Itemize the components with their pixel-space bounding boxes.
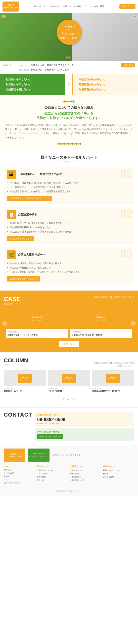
footer-col-1-item-0[interactable]: 代表者プロフィール xyxy=(37,469,68,472)
nav-item-case[interactable]: 事例 xyxy=(77,5,81,8)
column-card-1[interactable]: 公益法人 ♡ サポートセンター 2024.01.05 財務のホームページ xyxy=(4,370,46,393)
logo-box[interactable]: 公益法人 サポートセンター xyxy=(3,2,19,12)
service-icon-3: 🌿 xyxy=(7,250,16,259)
banner-x-divider: × xyxy=(65,74,72,95)
banner-right-2: 「経理処理がわからない」 xyxy=(76,82,135,87)
about-subtitle2: 法務から財務までマルゴトサポートします。 xyxy=(5,116,133,120)
decorative-bottom xyxy=(5,143,133,145)
check-1-3: ✓ 公益認定を受けることを前提に、一般財団法人を設立したい xyxy=(7,189,131,194)
footer-col-3-item-2[interactable]: よくある質問 xyxy=(103,475,134,479)
check-3-3: ✓ 公益法人で楽しく業務をしたいのだが、どうしたらいいか相談したい xyxy=(7,270,131,274)
check-1-2: ✓ 「一般社団法人」という名前が付いた法人を作りたい xyxy=(7,185,131,189)
nav-item-service[interactable]: 顧問サービス xyxy=(63,5,75,8)
decorative-top xyxy=(5,101,133,102)
footer-col-3-item-0[interactable]: 顧問サービスについて xyxy=(103,469,134,472)
case-arrow-right[interactable]: › xyxy=(131,321,136,326)
contact-mail-button[interactable]: お問い合わせフォームへ xyxy=(37,434,63,439)
footer-col-3-item-1[interactable]: 料金表 xyxy=(103,472,134,475)
news-text-1[interactable]: 公益法人人材、業者に対してできることを xyxy=(31,64,74,67)
footer-partner-label: 税理士・AIラインアシスタント xyxy=(53,454,81,456)
service-card-1: 01 🏛 一般社団法人・一般財団法人の設立 ✓ 社起業家、同業者団体（同窓会・町… xyxy=(4,167,134,204)
footer-col-0-item-2[interactable]: 事例紹介 xyxy=(4,475,35,478)
service-title-en: SERVICE xyxy=(4,160,134,163)
service-card-2: 02 📋 公益認定手続き ✓ 財源を拡充して、財団法人を作り、公益認定を受けたい… xyxy=(4,207,134,244)
case-card-1-title: 公益法人サポートセンターの事例 xyxy=(7,334,67,336)
x-symbol: × xyxy=(67,82,70,87)
footer-col-0-item-0[interactable]: お知らせ xyxy=(4,468,35,472)
contact-hours: 9:00〜18:00（土・日・祝日） xyxy=(37,422,132,425)
service-title-jp: 様々なニーズをトータルサポート xyxy=(4,155,134,160)
footer-col-0-item-4[interactable]: プライバシーポリシー xyxy=(4,481,35,485)
footer-col-0-title: HOME xyxy=(4,465,35,467)
nav-item-faq[interactable]: よくあるご質問 xyxy=(90,5,104,8)
column-title-2: インボイス制度 xyxy=(48,390,90,392)
footer-col-3: 顧問サービス 顧問サービスについて 料金表 よくある質問 xyxy=(103,465,134,485)
contact-cta-button[interactable]: お問い合わせ xyxy=(119,4,135,9)
service-btn-2[interactable]: 公益認定手続きはこちら xyxy=(7,236,34,241)
nav-item-about[interactable]: 私たちについて xyxy=(34,5,48,8)
footer-logo[interactable]: 公益法人 ♡ サポートセンター xyxy=(4,449,25,462)
nav-item-what[interactable]: 公益法人とは xyxy=(50,5,62,8)
service-icon-2: 📋 xyxy=(7,210,16,219)
case-card-2[interactable]: 公益法人 ♡ サポートセンター 一般財団法人 公益法人サポートセンターの事例 xyxy=(70,309,132,338)
case-card-2-tag: 一般財団法人 xyxy=(72,331,131,333)
service-checks-3: ✓ 公益法人が自分で運営するのが大変で助けが欲しい ✓ 公益法人の運営について、… xyxy=(7,261,131,274)
service-checks-2: ✓ 財源を拡充して、財団法人を作り、公益認定を受けたい ✓ 収益事業割合基準4分… xyxy=(7,221,131,234)
case-more-button[interactable]: 事例一覧へ xyxy=(59,341,79,347)
footer-col-1-item-2[interactable]: 事務所概要 xyxy=(37,475,68,479)
case-card-1-tag: 一般社団法人 xyxy=(7,331,67,333)
footer-col-0: HOME お知らせ サービス紹介 事例紹介 コラム プライバシーポリシー xyxy=(4,465,35,485)
check-3-2: ✓ 公益法人の運営について、教えてほしい xyxy=(7,266,131,270)
service-btn-1[interactable]: 一般社団法人・一般財団法人の設立はこちら xyxy=(7,196,52,201)
hero-right: え 🌸 xyxy=(72,13,138,61)
column-cards: 公益法人 ♡ サポートセンター 2024.01.05 財務のホームページ 公益法… xyxy=(4,370,134,393)
logo-text: 公益法人 サポートセンター xyxy=(4,4,18,9)
news-more-button[interactable]: 一覧を見る xyxy=(121,63,135,67)
nav: 私たちについて 公益法人とは 顧問サービス 事例 コラム よくあるご質問 xyxy=(34,5,104,8)
check-2-1: ✓ 財源を拡充して、財団法人を作り、公益認定を受けたい xyxy=(7,221,131,225)
column-title-1: 財務のホームページ xyxy=(4,390,46,392)
footer-col-0-item-3[interactable]: コラム xyxy=(4,478,35,481)
column-title-3: 公益法人の顧問ソフトについて xyxy=(92,390,134,392)
footer-col-1-item-3[interactable]: アクセス xyxy=(37,479,68,482)
footer-col-1-item-1[interactable]: スタッフ紹介 xyxy=(37,472,68,475)
service-section: 様々なニーズをトータルサポート SERVICE 01 🏛 一般社団法人・一般財団… xyxy=(0,150,138,291)
case-arrow-left[interactable]: ‹ xyxy=(2,321,7,326)
nav-item-column[interactable]: コラム xyxy=(82,5,88,8)
column-title-en: COLUMN xyxy=(4,357,28,364)
footer-col-3-title: 顧問サービス xyxy=(103,465,134,468)
case-card-1[interactable]: 公益法人 ♡ サポートセンター 一般社団法人 公益法人サポートセンターの事例 xyxy=(6,309,68,338)
about-body: 公益法人の法律や税務の専門的な知識は難しいと感じていられる方も多く、手軽に見ても… xyxy=(5,123,133,140)
case-cards: 公益法人 ♡ サポートセンター 一般社団法人 公益法人サポートセンターの事例 公… xyxy=(6,309,132,338)
service-btn-3[interactable]: 公益法人運営サポートはこちら xyxy=(7,276,40,281)
case-title-jp: 事例紹介 xyxy=(4,303,21,306)
news-date-1: 2024.01.10 xyxy=(19,64,29,66)
column-subtitle: 公益法人に関する様々なコラムをブログ形式で紹介しています。 xyxy=(94,362,134,367)
check-3-1: ✓ 公益法人が自分で運営するのが大変で助けが欲しい xyxy=(7,261,131,266)
column-more-button[interactable]: コラム一覧へ xyxy=(58,396,80,402)
column-date-2: 2024.01.04 xyxy=(48,387,90,389)
contact-label-area: CONTACT xyxy=(4,412,32,418)
footer-links-grid: HOME お知らせ サービス紹介 事例紹介 コラム プライバシーポリシー 私たち… xyxy=(4,465,134,485)
case-card-2-img: 公益法人 ♡ サポートセンター xyxy=(70,309,132,329)
footer-partner-logo[interactable]: 税理士を支える RTJラインアシスタント xyxy=(28,449,50,462)
banner-row: 「社団法人を作りたい」 「財団法人を作りたい」 「公益認定を受けたい」 × 「手… xyxy=(0,74,138,95)
header: 公益法人 サポートセンター 私たちについて 公益法人とは 顧問サービス 事例 コ… xyxy=(0,0,138,13)
footer-col-2-item-1[interactable]: 一般社団法人 xyxy=(70,472,101,475)
banner-left-2: 「財団法人を作りたい」 xyxy=(4,82,62,87)
footer-col-0-item-1[interactable]: サービス紹介 xyxy=(4,472,35,475)
column-date-3: 2024.01.03 xyxy=(92,387,134,389)
hero-badge: わからない を 「マルっと」 サポートします。 xyxy=(57,20,82,45)
column-card-3[interactable]: 公益法人 ♡ サポートセンター 2024.01.03 公益法人の顧問ソフトについ… xyxy=(92,370,134,393)
check-1-1: ✓ 社起業家、同業者団体（同窓会・町内会・学会等）を法人化したい xyxy=(7,181,131,185)
column-card-2[interactable]: 公益法人 ♡ サポートセンター 2024.01.04 インボイス制度 xyxy=(48,370,90,393)
banner-green: 「社団法人を作りたい」 「財団法人を作りたい」 「公益認定を受けたい」 xyxy=(0,74,65,95)
footer-col-2-item-0[interactable]: 公益法人について xyxy=(70,469,101,472)
footer-col-2-item-3[interactable]: 公益認定について xyxy=(70,479,101,482)
news-text-2[interactable]: 新年あけましておめでとうございます。 xyxy=(31,68,72,72)
case-title-en: CASE xyxy=(4,296,21,303)
footer-col-2: 公益法人とは 公益法人について 一般社団法人 一般財団法人 公益認定について xyxy=(70,465,101,485)
footer-col-2-item-2[interactable]: 一般財団法人 xyxy=(70,475,101,479)
case-header: CASE 事例紹介 公益法人に関する様々な事例を紹介しています。 xyxy=(4,296,134,306)
banner-orange-light: 「手続方法がわからない」 「経理処理がわからない」 「財務管理がわからない」 xyxy=(72,74,138,95)
